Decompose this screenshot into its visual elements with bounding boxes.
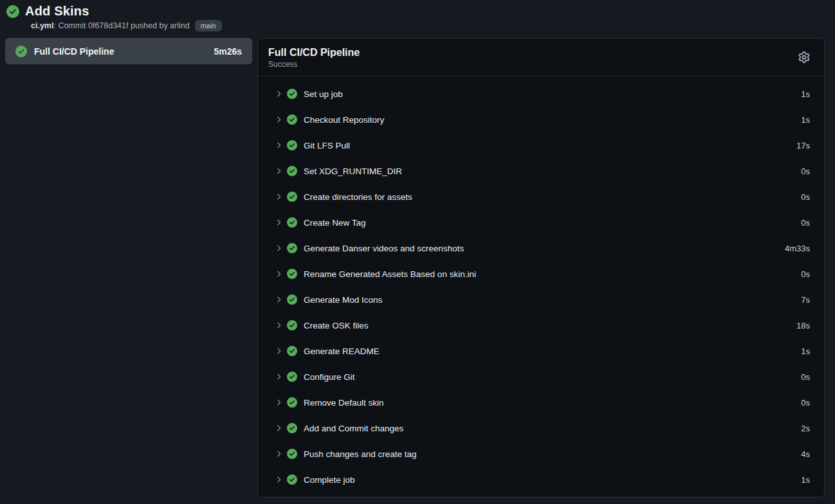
chevron-right-icon <box>274 244 283 253</box>
chevron-right-icon <box>274 166 283 176</box>
chevron-right-icon <box>274 218 283 227</box>
step-row[interactable]: Create OSK files 18s <box>258 312 824 338</box>
chevron-right-icon <box>274 295 283 304</box>
check-circle-icon <box>287 294 297 305</box>
step-duration: 18s <box>796 321 810 330</box>
step-row[interactable]: Generate Mod Icons 7s <box>258 287 824 312</box>
step-duration: 4m33s <box>785 244 810 253</box>
chevron-right-icon <box>274 346 283 356</box>
job-status: Success <box>268 60 360 69</box>
step-label: Create directories for assets <box>304 192 412 202</box>
step-duration: 2s <box>801 424 810 433</box>
job-title: Full CI/CD Pipeline <box>268 46 360 59</box>
check-circle-icon <box>287 397 297 408</box>
check-circle-icon <box>287 320 297 330</box>
check-circle-icon <box>287 166 297 176</box>
check-circle-icon <box>287 346 297 356</box>
chevron-right-icon <box>274 372 283 381</box>
job-duration: 5m26s <box>214 46 242 57</box>
step-row[interactable]: Checkout Repository 1s <box>258 107 824 132</box>
steps-list: Set up job 1s Checkout Repository 1s Git… <box>258 76 824 497</box>
step-row[interactable]: Complete job 1s <box>258 467 824 492</box>
step-label: Remove Default skin <box>304 398 384 408</box>
check-circle-icon <box>287 423 297 433</box>
run-subtitle: ci.yml: Commit 0f678d341f pushed by arli… <box>31 20 825 32</box>
step-row[interactable]: Git LFS Pull 17s <box>258 132 824 158</box>
check-circle-icon <box>287 269 297 279</box>
step-row[interactable]: Configure Git 0s <box>258 364 824 390</box>
check-circle-icon <box>287 474 297 485</box>
step-label: Checkout Repository <box>304 115 384 125</box>
chevron-right-icon <box>274 269 283 278</box>
step-row[interactable]: Rename Generated Assets Based on skin.in… <box>258 261 824 287</box>
step-label: Generate Mod Icons <box>304 295 382 305</box>
step-duration: 0s <box>801 166 810 176</box>
chevron-right-icon <box>274 192 283 201</box>
chevron-right-icon <box>274 141 283 150</box>
step-row[interactable]: Create directories for assets 0s <box>258 184 824 210</box>
gear-icon <box>798 51 810 63</box>
step-duration: 1s <box>801 475 810 485</box>
step-label: Complete job <box>304 475 355 485</box>
workflow-run-header: Add Skins ci.yml: Commit 0f678d341f push… <box>0 0 835 32</box>
step-row[interactable]: Push changes and create tag 4s <box>258 441 824 467</box>
chevron-right-icon <box>274 424 283 433</box>
step-duration: 0s <box>801 269 810 279</box>
step-label: Generate Danser videos and screenshots <box>304 244 464 253</box>
step-duration: 17s <box>796 141 810 150</box>
step-duration: 0s <box>801 192 810 202</box>
step-row[interactable]: Set XDG_RUNTIME_DIR 0s <box>258 158 824 184</box>
job-log-panel: Full CI/CD Pipeline Success Set up job 1… <box>257 38 825 498</box>
check-circle-icon <box>287 243 297 253</box>
check-circle-icon <box>287 372 297 382</box>
step-label: Set up job <box>304 89 343 99</box>
check-circle-icon <box>287 192 297 202</box>
step-row[interactable]: Generate README 1s <box>258 338 824 364</box>
check-circle-icon <box>287 114 297 125</box>
step-label: Configure Git <box>304 372 355 382</box>
commit-message: ci.yml: Commit 0f678d341f pushed by arli… <box>31 21 190 30</box>
step-label: Add and Commit changes <box>304 424 403 433</box>
chevron-right-icon <box>274 115 283 124</box>
step-label: Push changes and create tag <box>304 449 417 459</box>
sidebar-job-full-ci-cd-pipeline[interactable]: Full CI/CD Pipeline 5m26s <box>5 38 252 64</box>
step-label: Generate README <box>304 346 380 356</box>
job-log-header: Full CI/CD Pipeline Success <box>258 39 824 76</box>
run-title: Add Skins <box>25 4 89 19</box>
chevron-right-icon <box>274 321 283 330</box>
step-row[interactable]: Set up job 1s <box>258 81 824 107</box>
step-row[interactable]: Create New Tag 0s <box>258 210 824 235</box>
step-duration: 0s <box>801 218 810 228</box>
step-label: Create New Tag <box>304 218 366 228</box>
step-row[interactable]: Add and Commit changes 2s <box>258 415 824 441</box>
step-row[interactable]: Generate Danser videos and screenshots 4… <box>258 235 824 261</box>
step-duration: 4s <box>801 449 810 459</box>
chevron-right-icon <box>274 89 283 98</box>
step-duration: 1s <box>801 346 810 356</box>
run-content: Full CI/CD Pipeline 5m26s Full CI/CD Pip… <box>0 38 835 498</box>
branch-badge[interactable]: main <box>195 20 222 32</box>
log-settings-button[interactable] <box>796 49 812 66</box>
step-duration: 0s <box>801 372 810 382</box>
check-circle-icon <box>15 46 27 57</box>
check-circle-icon <box>287 140 297 150</box>
chevron-right-icon <box>274 398 283 407</box>
step-label: Rename Generated Assets Based on skin.in… <box>304 269 476 279</box>
jobs-sidebar: Full CI/CD Pipeline 5m26s <box>0 38 257 64</box>
job-name: Full CI/CD Pipeline <box>34 46 114 57</box>
step-label: Set XDG_RUNTIME_DIR <box>304 166 402 176</box>
chevron-right-icon <box>274 475 283 484</box>
step-duration: 0s <box>801 398 810 408</box>
step-label: Create OSK files <box>304 321 369 330</box>
commit-text: : Commit 0f678d341f pushed by arlind <box>53 21 189 30</box>
workflow-file-name: ci.yml <box>31 21 53 30</box>
check-circle-icon <box>6 5 19 18</box>
step-row[interactable]: Remove Default skin 0s <box>258 390 824 415</box>
check-circle-icon <box>287 449 297 459</box>
chevron-right-icon <box>274 449 283 458</box>
step-label: Git LFS Pull <box>304 141 350 150</box>
step-duration: 1s <box>801 89 810 99</box>
step-duration: 7s <box>801 295 810 305</box>
check-circle-icon <box>287 217 297 228</box>
step-duration: 1s <box>801 115 810 125</box>
